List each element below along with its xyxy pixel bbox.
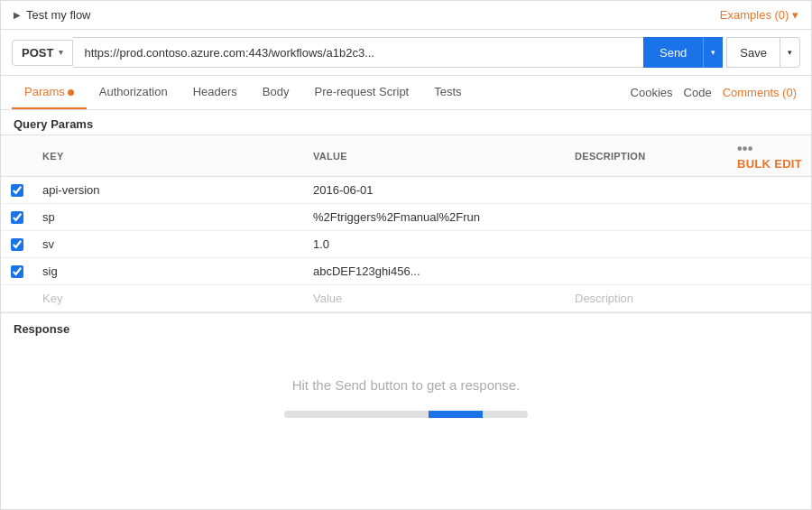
row-value[interactable]: 1.0 [304, 231, 566, 258]
top-bar-left: ▶ Test my flow [14, 8, 91, 22]
row-check-cell [1, 177, 33, 204]
method-label: POST [22, 46, 53, 60]
url-input[interactable] [73, 37, 643, 68]
row-description[interactable] [566, 177, 728, 204]
row-check-cell [1, 204, 33, 231]
placeholder-key[interactable]: Key [33, 285, 304, 312]
send-button-group: Send ▾ [643, 37, 723, 68]
send-caret-button[interactable]: ▾ [703, 37, 723, 68]
bulk-edit-button[interactable]: Bulk Edit [737, 157, 802, 171]
placeholder-value[interactable]: Value [304, 285, 566, 312]
examples-button[interactable]: Examples (0) ▾ [720, 8, 798, 22]
top-bar: ▶ Test my flow Examples (0) ▾ [1, 1, 811, 30]
url-bar: POST ▾ Send ▾ Save ▾ [1, 30, 811, 76]
col-header-actions: ••• Bulk Edit [728, 135, 811, 177]
tabs-right: Cookies Code Comments (0) [627, 86, 800, 99]
table-row: sig abcDEF123ghi456... [1, 258, 811, 285]
code-button[interactable]: Code [680, 86, 715, 99]
table-row: sp %2Ftriggers%2Fmanual%2Frun [1, 204, 811, 231]
hit-send-text: Hit the Send button to get a response. [292, 377, 521, 393]
tabs-bar: Params Authorization Headers Body Pre-re… [1, 76, 811, 110]
save-button-group: Save ▾ [726, 37, 800, 68]
flow-title: Test my flow [26, 8, 91, 22]
row-value[interactable]: %2Ftriggers%2Fmanual%2Frun [304, 204, 566, 231]
method-caret-icon: ▾ [59, 48, 63, 57]
row-check-cell [1, 231, 33, 258]
row-checkbox[interactable] [11, 238, 23, 251]
progress-bar [284, 411, 528, 418]
progress-blue [429, 411, 483, 418]
tab-prerequest[interactable]: Pre-request Script [301, 76, 421, 109]
params-dot [68, 89, 74, 96]
row-description[interactable] [566, 204, 728, 231]
table-row: api-version 2016-06-01 [1, 177, 811, 204]
tab-tests[interactable]: Tests [421, 76, 474, 109]
params-table: KEY VALUE DESCRIPTION ••• Bulk Edit api-… [1, 134, 811, 312]
col-header-description: DESCRIPTION [566, 135, 728, 177]
method-select[interactable]: POST ▾ [12, 40, 73, 66]
expand-icon[interactable]: ▶ [14, 10, 21, 20]
row-key[interactable]: api-version [33, 177, 304, 204]
tab-body[interactable]: Body [250, 76, 302, 109]
row-key[interactable]: sp [33, 204, 304, 231]
table-row-placeholder: Key Value Description [1, 285, 811, 312]
save-caret-button[interactable]: ▾ [780, 37, 800, 68]
table-row: sv 1.0 [1, 231, 811, 258]
row-check-cell [1, 258, 33, 285]
col-header-key: KEY [33, 135, 304, 177]
tab-headers[interactable]: Headers [180, 76, 250, 109]
progress-right [483, 411, 528, 418]
tab-params[interactable]: Params [12, 76, 87, 109]
save-button[interactable]: Save [726, 37, 780, 68]
row-key[interactable]: sv [33, 231, 304, 258]
row-actions [728, 177, 811, 204]
col-header-value: VALUE [304, 135, 566, 177]
row-checkbox[interactable] [11, 211, 23, 224]
row-actions [728, 204, 811, 231]
row-actions [728, 258, 811, 285]
row-value[interactable]: abcDEF123ghi456... [304, 258, 566, 285]
row-value[interactable]: 2016-06-01 [304, 177, 566, 204]
progress-fill [284, 411, 371, 418]
row-checkbox[interactable] [11, 184, 23, 197]
comments-button[interactable]: Comments (0) [719, 86, 800, 99]
placeholder-desc[interactable]: Description [566, 285, 728, 312]
row-key[interactable]: sig [33, 258, 304, 285]
row-description[interactable] [566, 231, 728, 258]
col-header-check [1, 135, 33, 177]
row-actions [728, 231, 811, 258]
response-label: Response [1, 312, 811, 341]
tab-authorization[interactable]: Authorization [87, 76, 180, 109]
cookies-button[interactable]: Cookies [627, 86, 677, 99]
tabs-left: Params Authorization Headers Body Pre-re… [12, 76, 475, 109]
send-button[interactable]: Send [643, 37, 703, 68]
more-options-icon[interactable]: ••• [737, 141, 753, 156]
hit-send-area: Hit the Send button to get a response. [1, 341, 811, 436]
row-checkbox[interactable] [11, 265, 23, 278]
progress-track-left [284, 411, 429, 418]
query-params-label: Query Params [1, 110, 811, 134]
row-description[interactable] [566, 258, 728, 285]
